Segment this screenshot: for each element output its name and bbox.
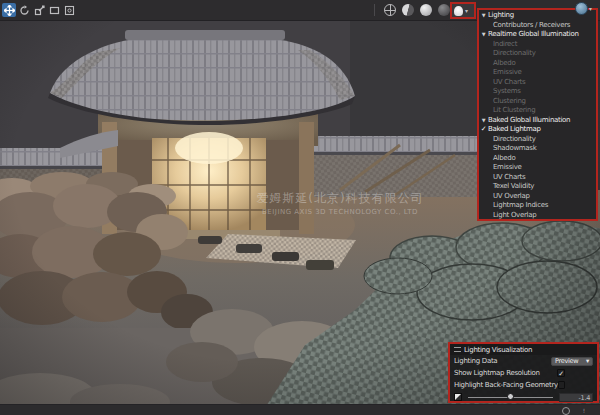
- menu-item-clustering[interactable]: Clustering: [479, 97, 596, 107]
- menu-item-albedo[interactable]: Albedo: [479, 59, 596, 69]
- menu-item-label: Emissive: [488, 163, 521, 173]
- menu-item-shadowmask[interactable]: Shadowmask: [479, 144, 596, 154]
- chevron-down-icon: ▾: [586, 357, 589, 365]
- unity-scene-window: 爱姆斯延(北京)科技有限公司 BEIJING AXIS 3D TECHNOLOG…: [0, 0, 600, 415]
- slider-handle[interactable]: [507, 393, 514, 400]
- scene-right-wall: [306, 136, 496, 197]
- toolbar-separator: [374, 4, 375, 16]
- gradient-swatch-icon: [454, 393, 462, 401]
- menu-item-label: Systems: [488, 87, 521, 97]
- menu-item-label: Clustering: [488, 97, 526, 107]
- menu-item-emissive[interactable]: Emissive: [479, 68, 596, 78]
- menu-item-label: Albedo: [488, 59, 515, 69]
- menu-item-directionality[interactable]: Directionality: [479, 49, 596, 59]
- lighting-data-value: Preview: [555, 357, 578, 365]
- menu-item-label: Baked Lightmap: [488, 125, 541, 135]
- show-lightmap-resolution-row: Show Lightmap Resolution ✓: [450, 367, 597, 379]
- shaded-sphere-icon[interactable]: [420, 4, 432, 16]
- menu-item-baked-global-illumination[interactable]: ▼Baked Global Illumination: [479, 116, 596, 126]
- lighting-data-dropdown[interactable]: Preview ▾: [551, 357, 593, 366]
- lighting-data-label: Lighting Data: [454, 357, 551, 365]
- lighting-debug-menu: ▼LightingContributors / Receivers▼Realti…: [477, 8, 598, 221]
- menu-lines-icon: [454, 347, 461, 352]
- menu-item-lightmap-indices[interactable]: Lightmap Indices: [479, 201, 596, 211]
- activity-icon[interactable]: [562, 407, 570, 415]
- menu-item-uv-charts[interactable]: UV Charts: [479, 173, 596, 183]
- menu-item-label: Emissive: [488, 68, 521, 78]
- menu-item-label: Shadowmask: [488, 144, 536, 154]
- highlight-backfacing-label: Highlight Back-Facing Geometry: [454, 381, 558, 389]
- menu-item-uv-charts[interactable]: UV Charts: [479, 78, 596, 88]
- rotate-tool[interactable]: [17, 3, 31, 17]
- light-bulb-icon: [454, 6, 463, 16]
- menu-item-label: Contributors / Receivers: [488, 21, 570, 31]
- menu-item-realtime-global-illumination[interactable]: ▼Realtime Global Illumination: [479, 30, 596, 40]
- menu-item-baked-lightmap[interactable]: ✓Baked Lightmap: [479, 125, 596, 135]
- scale-tool[interactable]: [32, 3, 46, 17]
- move-tool[interactable]: [2, 3, 16, 17]
- highlight-backfacing-checkbox[interactable]: [558, 381, 565, 389]
- menu-item-label: Baked Global Illumination: [488, 116, 570, 126]
- lighting-debug-mode-button[interactable]: ▾: [450, 2, 476, 19]
- exposure-value[interactable]: -1.4: [559, 393, 593, 402]
- menu-item-lit-clustering[interactable]: Lit Clustering: [479, 106, 596, 116]
- chevron-down-icon: ▾: [465, 7, 468, 14]
- highlight-backfacing-row: Highlight Back-Facing Geometry: [450, 379, 597, 391]
- chevron-down-icon: ▾: [589, 5, 592, 12]
- menu-item-label: Directionality: [488, 49, 536, 59]
- menu-item-label: Texel Validity: [488, 182, 534, 192]
- lighting-menu-list: ▼LightingContributors / Receivers▼Realti…: [479, 11, 596, 220]
- transform-tool[interactable]: [62, 3, 76, 17]
- rotate-icon: [19, 5, 30, 16]
- menu-item-label: Light Overlap: [488, 211, 536, 221]
- foldout-triangle-icon: ▼: [479, 30, 488, 40]
- menu-item-label: UV Charts: [488, 173, 525, 183]
- menu-item-label: Lightmap Indices: [488, 201, 548, 211]
- transform-icon: [64, 5, 75, 16]
- menu-item-label: UV Charts: [488, 78, 525, 88]
- move-icon: [4, 5, 15, 16]
- show-lightmap-resolution-label: Show Lightmap Resolution: [454, 369, 557, 377]
- exposure-slider[interactable]: [468, 392, 553, 402]
- status-bar: !: [0, 404, 600, 415]
- menu-item-light-overlap[interactable]: Light Overlap: [479, 211, 596, 221]
- menu-item-contributors-receivers[interactable]: Contributors / Receivers: [479, 21, 596, 31]
- camera-icon: [575, 2, 588, 15]
- menu-item-directionality[interactable]: Directionality: [479, 135, 596, 145]
- camera-settings-button[interactable]: ▾: [575, 2, 592, 15]
- dark-sphere-icon[interactable]: [438, 4, 450, 16]
- panel-title: Lighting Visualization: [464, 346, 532, 354]
- rect-tool[interactable]: [47, 3, 61, 17]
- rect-icon: [49, 5, 60, 16]
- menu-item-label: Realtime Global Illumination: [488, 30, 579, 40]
- panel-titlebar[interactable]: Lighting Visualization: [450, 344, 597, 355]
- alert-icon[interactable]: !: [580, 407, 588, 415]
- menu-item-label: Albedo: [488, 154, 515, 164]
- menu-item-label: UV Overlap: [488, 192, 530, 202]
- wireframe-sphere-icon[interactable]: [384, 4, 396, 16]
- menu-item-emissive[interactable]: Emissive: [479, 163, 596, 173]
- check-icon: ✓: [479, 125, 488, 135]
- menu-item-systems[interactable]: Systems: [479, 87, 596, 97]
- menu-item-texel-validity[interactable]: Texel Validity: [479, 182, 596, 192]
- menu-item-label: Directionality: [488, 135, 536, 145]
- scale-icon: [34, 5, 45, 16]
- exposure-row: -1.4: [450, 391, 597, 403]
- foldout-triangle-icon: ▼: [479, 11, 488, 21]
- menu-item-label: Lit Clustering: [488, 106, 535, 116]
- lighting-visualization-panel: Lighting Visualization Lighting Data Pre…: [448, 342, 599, 403]
- half-shaded-sphere-icon[interactable]: [402, 4, 414, 16]
- menu-item-albedo[interactable]: Albedo: [479, 154, 596, 164]
- show-lightmap-resolution-checkbox[interactable]: ✓: [557, 369, 565, 377]
- menu-item-uv-overlap[interactable]: UV Overlap: [479, 192, 596, 202]
- foldout-triangle-icon: ▼: [479, 116, 488, 126]
- menu-item-label: Indirect: [488, 40, 517, 50]
- menu-item-label: Lighting: [488, 11, 514, 21]
- lighting-data-row: Lighting Data Preview ▾: [450, 355, 597, 367]
- menu-item-indirect[interactable]: Indirect: [479, 40, 596, 50]
